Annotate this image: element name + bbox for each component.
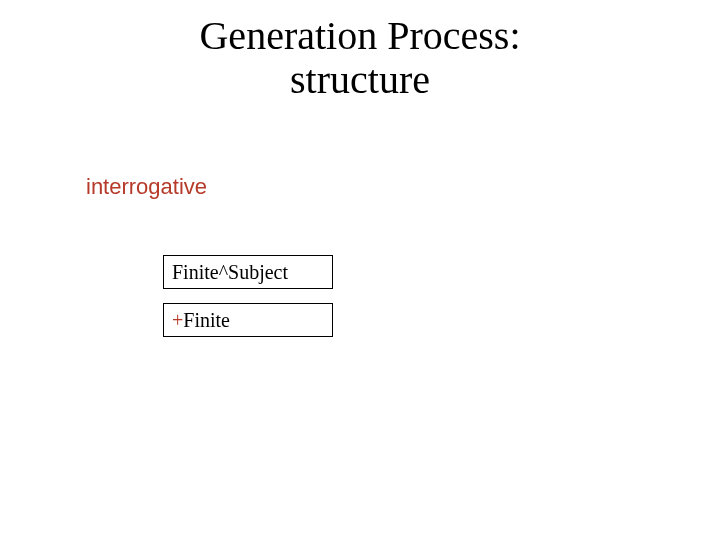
slide-title: Generation Process: structure	[0, 14, 720, 102]
finite-text: Finite	[183, 309, 230, 331]
title-line-1: Generation Process:	[199, 13, 520, 58]
box-plus-finite: +Finite	[163, 303, 333, 337]
box-finite-subject: Finite^Subject	[163, 255, 333, 289]
plus-sign: +	[172, 309, 183, 331]
slide: Generation Process: structure interrogat…	[0, 0, 720, 540]
label-interrogative: interrogative	[86, 174, 207, 200]
title-line-2: structure	[290, 57, 430, 102]
